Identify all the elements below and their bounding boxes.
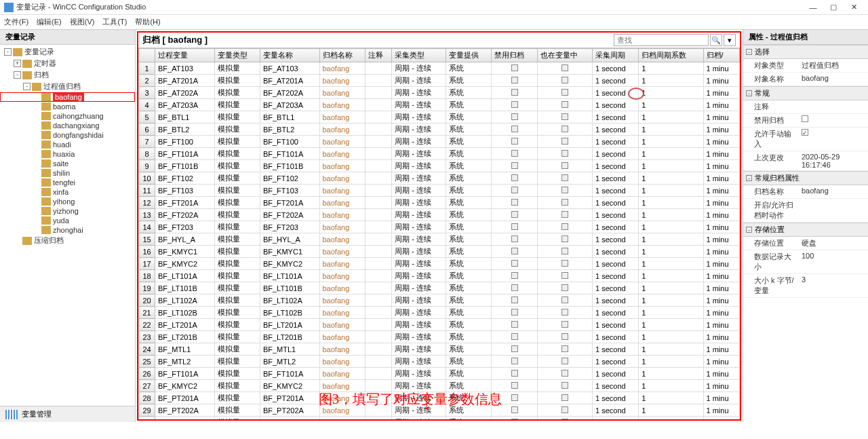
table-row[interactable]: 12BF_FT201A模拟量BF_FT201Abaofang周期 - 连续系统1… <box>139 197 740 209</box>
app-title: 变量记录 - WinCC Configuration Studio <box>16 2 803 12</box>
prop-group[interactable]: -常规 <box>743 86 868 100</box>
tree-item-shilin[interactable]: shilin <box>0 168 135 178</box>
col-header[interactable]: 变量名称 <box>260 49 319 62</box>
tree-item-yuda[interactable]: yuda <box>0 216 135 225</box>
tree-item-xinfa[interactable]: xinfa <box>0 187 135 197</box>
prop-row[interactable]: 存储位置硬盘 <box>743 237 868 250</box>
menu-help[interactable]: 帮助(H) <box>135 17 160 27</box>
prop-group[interactable]: -存储位置 <box>743 223 868 237</box>
left-panel: 变量记录 -变量记录+定时器-归档-过程值归档baofangbaomacaiho… <box>0 30 136 422</box>
tree-item-huadi[interactable]: huadi <box>0 140 135 149</box>
table-row[interactable]: 11BF_FT103模拟量BF_FT103baofang周期 - 连续系统1 s… <box>139 185 740 197</box>
tree-item-zhonghai[interactable]: zhonghai <box>0 225 135 235</box>
prop-row[interactable]: 注释 <box>743 100 868 114</box>
prop-row[interactable]: 上次更改2020-05-29 16:17:46 <box>743 151 868 171</box>
properties-panel: 属性 - 过程值归档 -选择对象类型过程值归档对象名称baofang-常规注释禁… <box>743 30 868 422</box>
tree-item-dongfangshidai[interactable]: dongfangshidai <box>0 130 135 140</box>
tree-item-saite[interactable]: saite <box>0 159 135 168</box>
table-row[interactable]: 9BF_FT101B模拟量BF_FT101Bbaofang周期 - 连续系统1 … <box>139 160 740 172</box>
tag-mgmt-icon <box>5 410 18 419</box>
prop-row[interactable]: 大小 k 字节/变量3 <box>743 274 868 298</box>
table-row[interactable]: 1BF_AT103模拟量BF_AT103baofang周期 - 连续系统1 se… <box>139 62 740 75</box>
search-input[interactable] <box>614 34 709 46</box>
prop-row[interactable]: 对象类型过程值归档 <box>743 59 868 73</box>
tree-item-yihong[interactable]: yihong <box>0 197 135 206</box>
col-header[interactable]: 归档/ <box>703 49 740 62</box>
prop-group[interactable]: -常规归档属性 <box>743 171 868 185</box>
prop-row[interactable]: 对象名称baofang <box>743 73 868 86</box>
table-row[interactable]: 16BF_KMYC1模拟量BF_KMYC1baofang周期 - 连续系统1 s… <box>139 246 740 258</box>
table-row[interactable]: 23BF_LT201B模拟量BF_LT201Bbaofang周期 - 连续系统1… <box>139 331 740 343</box>
table-row[interactable]: 2BF_AT201A模拟量BF_AT201Abaofang周期 - 连续系统1 … <box>139 75 740 87</box>
center-panel: 归档 [ baofang ] 🔍 ▾ 过程变量变量类型变量名称归档名称注释采集类… <box>137 31 741 421</box>
table-row[interactable]: 25BF_MTL2模拟量BF_MTL2baofang周期 - 连续系统1 sec… <box>139 356 740 368</box>
col-header[interactable]: 也在变量中 <box>537 49 592 62</box>
table-row[interactable]: 13BF_FT202A模拟量BF_FT202Abaofang周期 - 连续系统1… <box>139 209 740 221</box>
prop-row[interactable]: 数据记录大小100 <box>743 250 868 274</box>
table-row[interactable]: 21BF_LT102B模拟量BF_LT102Bbaofang周期 - 连续系统1… <box>139 307 740 319</box>
prop-row[interactable]: 禁用归档 <box>743 114 868 128</box>
menu-view[interactable]: 视图(V) <box>70 17 95 27</box>
col-header[interactable]: 禁用归档 <box>492 49 537 62</box>
bottom-tab[interactable]: 变量管理 <box>0 406 135 422</box>
col-header[interactable]: 变量类型 <box>214 49 260 62</box>
tree-item-dachangxiang[interactable]: dachangxiang <box>0 121 135 130</box>
tree-item-变量记录[interactable]: -变量记录 <box>0 46 135 58</box>
col-header[interactable]: 注释 <box>365 49 391 62</box>
table-row[interactable]: 8BF_FT101A模拟量BF_FT101Abaofang周期 - 连续系统1 … <box>139 148 740 160</box>
annotation-text: 图3，填写了对应变量参数信息 <box>319 390 502 408</box>
col-header[interactable]: 采集类型 <box>392 49 446 62</box>
bottom-tab-label: 变量管理 <box>22 409 52 419</box>
prop-group[interactable]: -选择 <box>743 45 868 59</box>
table-row[interactable]: 10BF_FT102模拟量BF_FT102baofang周期 - 连续系统1 s… <box>139 172 740 185</box>
table-row[interactable]: 6BF_BTL2模拟量BF_BTL2baofang周期 - 连续系统1 seco… <box>139 123 740 136</box>
table-row[interactable]: 15BF_HYL_A模拟量BF_HYL_Abaofang周期 - 连续系统1 s… <box>139 233 740 246</box>
menu-edit[interactable]: 编辑(E) <box>37 17 62 27</box>
col-header[interactable]: 过程变量 <box>155 49 215 62</box>
table-row[interactable]: 17BF_KMYC2模拟量BF_KMYC2baofang周期 - 连续系统1 s… <box>139 258 740 270</box>
nav-tree: -变量记录+定时器-归档-过程值归档baofangbaomacaihongzhu… <box>0 45 135 406</box>
col-header[interactable]: 归档周期系数 <box>639 49 703 62</box>
app-icon <box>4 3 14 12</box>
table-row[interactable]: 14BF_FT203模拟量BF_FT203baofang周期 - 连续系统1 s… <box>139 221 740 233</box>
col-header[interactable]: 归档名称 <box>319 49 365 62</box>
table-row[interactable]: 26BF_FT101A模拟量BF_FT101Abaofang周期 - 连续系统1… <box>139 368 740 380</box>
tree-item-caihongzhuang[interactable]: caihongzhuang <box>0 111 135 121</box>
table-row[interactable]: 18BF_LT101A模拟量BF_LT101Abaofang周期 - 连续系统1… <box>139 270 740 282</box>
table-row[interactable]: 3BF_AT202A模拟量BF_AT202Abaofang周期 - 连续系统1 … <box>139 87 740 99</box>
table-row[interactable]: 19BF_LT101B模拟量BF_LT101Bbaofang周期 - 连续系统1… <box>139 282 740 294</box>
prop-row[interactable]: 归档名称baofang <box>743 185 868 199</box>
titlebar: 变量记录 - WinCC Configuration Studio — ▢ ✕ <box>0 0 868 15</box>
table-row[interactable]: 5BF_BTL1模拟量BF_BTL1baofang周期 - 连续系统1 seco… <box>139 111 740 123</box>
menu-file[interactable]: 文件(F) <box>4 17 28 27</box>
prop-row[interactable]: 开启/允许归档时动作 <box>743 199 868 223</box>
tree-item-过程值归档[interactable]: -过程值归档 <box>0 81 135 92</box>
menu-tools[interactable]: 工具(T) <box>102 17 127 27</box>
tree-item-定时器[interactable]: +定时器 <box>0 58 135 69</box>
table-row[interactable]: 4BF_AT203A模拟量BF_AT203Abaofang周期 - 连续系统1 … <box>139 99 740 111</box>
minimize-button[interactable]: — <box>803 1 823 14</box>
maximize-button[interactable]: ▢ <box>823 1 844 14</box>
table-row[interactable]: 24BF_MTL1模拟量BF_MTL1baofang周期 - 连续系统1 sec… <box>139 343 740 356</box>
tree-item-baoma[interactable]: baoma <box>0 102 135 111</box>
tree-item-归档[interactable]: -归档 <box>0 69 135 81</box>
tree-item-yizhong[interactable]: yizhong <box>0 206 135 216</box>
tree-item-压缩归档[interactable]: 压缩归档 <box>0 235 135 246</box>
tree-item-baofang[interactable]: baofang <box>0 92 135 102</box>
table-row[interactable]: 7BF_FT100模拟量BF_FT100baofang周期 - 连续系统1 se… <box>139 136 740 148</box>
left-panel-header: 变量记录 <box>0 30 135 45</box>
close-button[interactable]: ✕ <box>844 1 864 14</box>
table-row[interactable]: 20BF_LT102A模拟量BF_LT102Abaofang周期 - 连续系统1… <box>139 294 740 307</box>
col-header[interactable]: 变量提供 <box>446 49 492 62</box>
prop-row[interactable]: 允许手动输入 <box>743 128 868 151</box>
search-button[interactable]: 🔍 <box>710 34 722 46</box>
search-dropdown[interactable]: ▾ <box>724 34 736 46</box>
tree-item-tengfei[interactable]: tengfei <box>0 178 135 187</box>
data-grid[interactable]: 过程变量变量类型变量名称归档名称注释采集类型变量提供禁用归档也在变量中采集周期归… <box>138 48 740 419</box>
properties-header: 属性 - 过程值归档 <box>743 30 868 45</box>
table-row[interactable]: 22BF_LT201A模拟量BF_LT201Abaofang周期 - 连续系统1… <box>139 319 740 331</box>
tree-item-huaxia[interactable]: huaxia <box>0 149 135 159</box>
table-row[interactable]: 30BF_PT203A模拟量BF_PT203Abaofang周期 - 连续系统1… <box>139 417 740 420</box>
col-header[interactable]: 采集周期 <box>593 49 639 62</box>
center-header: 归档 [ baofang ] 🔍 ▾ <box>138 33 740 48</box>
